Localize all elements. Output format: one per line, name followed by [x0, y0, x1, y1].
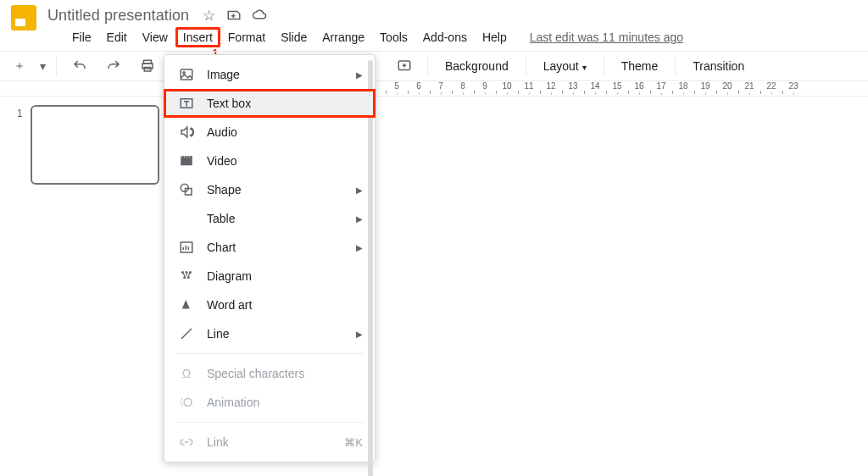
- insert-special-characters: Ω Special characters: [164, 359, 375, 388]
- image-icon: [178, 67, 195, 82]
- ruler-tick: 18: [672, 81, 694, 91]
- slides-logo[interactable]: [7, 1, 41, 35]
- ruler-tick: 6: [408, 81, 430, 91]
- ruler-tick: 19: [694, 81, 716, 91]
- ruler-tick: 11: [518, 81, 540, 91]
- svg-point-13: [186, 271, 188, 274]
- toolbar: ＋ ▾ Background Layout ▾ Theme Transition: [0, 51, 868, 81]
- link-icon: [178, 434, 195, 450]
- slides-logo-icon: [11, 5, 36, 30]
- menu-label: Diagram: [207, 269, 252, 283]
- menu-help[interactable]: Help: [475, 27, 515, 47]
- submenu-arrow-icon: ▶: [356, 70, 363, 80]
- add-comment-button[interactable]: [390, 54, 419, 78]
- cloud-icon[interactable]: [252, 8, 267, 23]
- ruler-tick: 17: [650, 81, 672, 91]
- menu-label: Word art: [207, 298, 252, 312]
- menu-slide[interactable]: Slide: [273, 27, 314, 47]
- svg-point-16: [187, 276, 190, 279]
- ruler-tick: 23: [782, 81, 804, 91]
- menu-edit[interactable]: Edit: [99, 27, 135, 47]
- ruler-tick: 12: [540, 81, 562, 91]
- doc-title[interactable]: Untitled presentation: [47, 7, 189, 25]
- ruler-tick: 8: [452, 81, 474, 91]
- svg-rect-4: [181, 69, 192, 80]
- ruler-tick: 10: [496, 81, 518, 91]
- menu-label: Audio: [207, 125, 237, 139]
- layout-button[interactable]: Layout ▾: [535, 56, 595, 76]
- text-box-icon: [178, 96, 195, 111]
- undo-button[interactable]: [65, 54, 94, 78]
- ruler-tick: 16: [628, 81, 650, 91]
- menu-view[interactable]: View: [135, 27, 175, 47]
- insert-text-box[interactable]: Text box: [164, 89, 376, 118]
- menu-label: Animation: [207, 396, 259, 409]
- video-icon: [178, 153, 195, 169]
- menu-label: Table: [207, 212, 235, 225]
- menu-format[interactable]: Format: [220, 27, 273, 47]
- menu-bar: File Edit View Insert Format Slide Arran…: [0, 25, 868, 51]
- transition-button[interactable]: Transition: [684, 56, 753, 76]
- insert-audio[interactable]: Audio: [164, 118, 375, 147]
- menu-file[interactable]: File: [64, 27, 99, 47]
- menu-label: Chart: [207, 241, 236, 254]
- animation-icon: [178, 395, 195, 410]
- background-button[interactable]: Background: [437, 56, 517, 76]
- menu-divider: [176, 422, 363, 423]
- submenu-arrow-icon: ▶: [356, 243, 363, 252]
- print-button[interactable]: [133, 54, 162, 78]
- chevron-down-icon: ▾: [582, 63, 587, 72]
- ruler-tick: 5: [386, 81, 408, 91]
- ruler-tick: 9: [474, 81, 496, 91]
- menu-label: Special characters: [207, 367, 304, 380]
- insert-shape[interactable]: Shape ▶: [164, 175, 375, 204]
- slide-panel: 1: [0, 97, 170, 476]
- ruler-tick: 15: [606, 81, 628, 91]
- ruler-tick: 21: [738, 81, 760, 91]
- insert-chart[interactable]: Chart ▶: [164, 233, 375, 262]
- menu-arrange[interactable]: Arrange: [314, 27, 372, 47]
- theme-button[interactable]: Theme: [613, 56, 667, 76]
- ruler-tick: 7: [430, 81, 452, 91]
- new-slide-button[interactable]: ＋: [7, 54, 32, 78]
- svg-point-17: [184, 399, 192, 407]
- ruler-tick: 13: [562, 81, 584, 91]
- insert-diagram[interactable]: Diagram: [164, 262, 375, 291]
- menu-label: Shape: [207, 183, 241, 196]
- ruler-tick: 20: [716, 81, 738, 91]
- svg-rect-7: [181, 158, 192, 166]
- new-slide-dropdown[interactable]: ▾: [37, 54, 47, 78]
- menu-tools[interactable]: Tools: [372, 27, 415, 47]
- omega-icon: Ω: [178, 367, 195, 380]
- insert-image[interactable]: Image ▶: [164, 60, 375, 89]
- menu-label: Text box: [207, 97, 251, 110]
- menu-label: Image: [207, 68, 240, 81]
- svg-point-5: [183, 72, 185, 74]
- insert-word-art[interactable]: Word art: [164, 291, 375, 319]
- last-edit-link[interactable]: Last edit was 11 minutes ago: [530, 30, 683, 44]
- word-art-icon: [178, 297, 195, 313]
- svg-point-15: [183, 276, 186, 279]
- insert-animation: Animation: [164, 388, 375, 417]
- menu-addons[interactable]: Add-ons: [415, 27, 475, 47]
- svg-rect-8: [181, 156, 192, 158]
- menu-insert[interactable]: Insert: [175, 27, 220, 47]
- menu-label: Link: [207, 435, 229, 449]
- redo-button[interactable]: [99, 54, 128, 78]
- star-icon[interactable]: ☆: [201, 8, 216, 23]
- menu-label: Video: [207, 154, 237, 168]
- insert-line[interactable]: Line ▶: [164, 319, 375, 348]
- slide-number: 1: [17, 105, 25, 185]
- slide-thumbnail-1[interactable]: [31, 105, 159, 185]
- ruler: 567891011121314151617181920212223: [0, 81, 868, 97]
- menu-label: Line: [207, 327, 229, 340]
- submenu-arrow-icon: ▶: [356, 214, 363, 224]
- insert-table[interactable]: Table ▶: [164, 204, 375, 233]
- submenu-arrow-icon: ▶: [356, 329, 363, 339]
- ruler-tick: 14: [584, 81, 606, 91]
- menu-divider: [176, 353, 363, 354]
- audio-icon: [178, 125, 195, 140]
- ruler-tick: 22: [760, 81, 782, 91]
- insert-video[interactable]: Video: [164, 147, 375, 175]
- move-icon[interactable]: [226, 8, 242, 23]
